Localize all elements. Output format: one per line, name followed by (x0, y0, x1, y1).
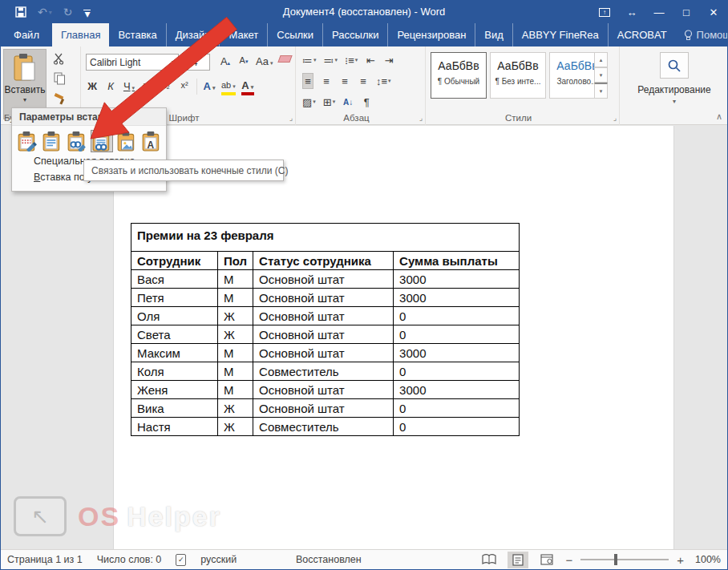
decrease-indent-icon[interactable]: ⇤ (365, 52, 376, 68)
table-header-cell: Статус сотрудника (253, 252, 394, 270)
paste-keep-text-only-icon[interactable]: А (140, 130, 163, 152)
web-layout-icon[interactable] (536, 552, 557, 568)
word-window: ↶▾ ↻ ▾ Документ4 (восстановлен) - Word ↑… (0, 0, 728, 570)
status-word-count[interactable]: Число слов: 0 (97, 554, 162, 565)
tab-рассылки[interactable]: Рассылки (322, 23, 387, 46)
tab-главная[interactable]: Главная (52, 23, 109, 46)
highlight-color-icon[interactable]: ab▾ (221, 78, 236, 95)
sort-icon[interactable]: А↓ (342, 94, 354, 110)
numbering-icon[interactable]: ≕▾ (324, 52, 338, 68)
font-color-icon[interactable]: А▾ (241, 78, 254, 95)
increase-indent-icon[interactable]: ⇥ (383, 52, 394, 68)
subscript-icon[interactable]: x₂ (160, 78, 172, 95)
tab-вставка[interactable]: Вставка (109, 23, 165, 46)
table-cell: 0 (394, 418, 520, 436)
align-center-icon[interactable]: ≡ (321, 73, 332, 89)
paste-keep-source-formatting-icon[interactable] (16, 130, 38, 152)
line-spacing-icon[interactable]: ↕≡▾ (376, 73, 391, 89)
table-title-row: Премии на 23 февраля (131, 224, 520, 252)
ribbon-display-options-icon[interactable]: ↑ (591, 1, 618, 23)
format-painter-icon[interactable] (51, 91, 68, 106)
font-size-combo[interactable]: 14 (183, 54, 210, 71)
styles-more-icon[interactable]: ▾ (594, 83, 608, 99)
paste-use-destination-styles-icon[interactable] (41, 130, 63, 152)
table-row: НастяЖСовместитель0 (131, 418, 520, 436)
font-name-combo[interactable]: Calibri Light▾ (86, 54, 179, 71)
tab-ссылки[interactable]: Ссылки (267, 23, 322, 46)
paste-picture-icon[interactable] (115, 130, 138, 152)
status-recovered[interactable]: Восстановлен (296, 554, 362, 565)
italic-icon[interactable]: К (104, 78, 117, 95)
strikethrough-icon[interactable]: ab (141, 78, 154, 95)
cut-icon[interactable] (51, 51, 68, 66)
paragraph-dialog-launcher[interactable]: ⌟ (419, 114, 423, 122)
multilevel-list-icon[interactable]: ⁝≡▾ (345, 52, 358, 68)
table-cell: 3000 (394, 381, 520, 399)
bonus-table[interactable]: Премии на 23 февраля СотрудникПолСтатус … (131, 223, 520, 436)
pilcrow-icon[interactable]: ¶ (361, 94, 372, 110)
zoom-slider-thumb[interactable] (614, 554, 617, 565)
justify-icon[interactable]: ≡ (358, 73, 369, 89)
tab-рецензирован[interactable]: Рецензирован (387, 23, 475, 46)
editing-chevron-down-icon[interactable]: ▾ (620, 98, 728, 105)
table-cell: Основной штат (253, 381, 394, 399)
tab-acrobat[interactable]: ACROBAT (608, 23, 676, 46)
watermark: ↖ OS Helper (14, 496, 221, 536)
table-header-cell: Сотрудник (131, 252, 218, 270)
change-case-icon[interactable]: Аа▾ (256, 53, 273, 71)
proofing-icon[interactable]: ✓ (176, 554, 186, 566)
table-cell: М (218, 344, 253, 362)
font-dialog-launcher[interactable]: ⌟ (289, 114, 293, 122)
tab-вид[interactable]: Вид (475, 23, 512, 46)
shading-icon[interactable]: ▨▾ (302, 94, 316, 110)
shrink-font-icon[interactable]: А▾ (237, 53, 250, 71)
zoom-in-icon[interactable]: + (677, 553, 684, 567)
paste-link-use-destination-styles-icon[interactable] (91, 130, 113, 152)
tab-дизайн[interactable]: Дизайн (166, 23, 220, 46)
text-effects-icon[interactable]: А▾ (203, 78, 216, 95)
bullets-icon[interactable]: ≔▾ (302, 52, 317, 68)
bold-icon[interactable]: Ж (86, 78, 99, 95)
watermark-helper: Helper (127, 501, 221, 532)
table-row: ПетяМОсновной штат3000 (131, 289, 520, 307)
tab-help[interactable]: Помощн (676, 23, 728, 46)
grow-font-icon[interactable]: А▴ (219, 53, 232, 71)
style-normal[interactable]: АаБбВв ¶ Обычный (431, 52, 487, 99)
editing-group-label[interactable]: Редактирование (620, 84, 728, 95)
print-layout-icon[interactable] (508, 552, 528, 568)
table-cell: Настя (131, 418, 218, 436)
status-language[interactable]: русский (200, 554, 237, 565)
search-icon (667, 59, 681, 73)
status-page-number[interactable]: Страница 1 из 1 (7, 554, 83, 565)
superscript-icon[interactable]: x² (178, 78, 191, 95)
tab-макет[interactable]: Макет (219, 23, 267, 46)
align-left-icon[interactable]: ≡ (302, 73, 313, 89)
styles-dialog-launcher[interactable]: ⌟ (613, 114, 617, 122)
tab-abbyy-finerea[interactable]: ABBYY FineRea (512, 23, 608, 46)
paste-link-keep-source-formatting-icon[interactable] (66, 130, 88, 152)
borders-icon[interactable]: ⊞▾ (323, 94, 335, 110)
maximize-icon[interactable]: □ (673, 1, 700, 23)
table-cell: 0 (394, 362, 520, 381)
zoom-out-icon[interactable]: − (565, 553, 572, 567)
align-right-icon[interactable]: ≡ (339, 73, 350, 89)
collapse-ribbon-icon[interactable]: ∧ (716, 111, 722, 122)
underline-icon[interactable]: Ч▾ (123, 78, 135, 95)
table-row: ВикаЖОсновной штат0 (131, 399, 520, 418)
svg-text:А: А (148, 139, 155, 151)
table-cell: Ж (218, 399, 253, 418)
zoom-percentage[interactable]: 100% (692, 554, 721, 565)
tab-файл[interactable]: Файл (1, 23, 52, 46)
copy-icon[interactable] (51, 71, 68, 86)
find-button[interactable] (660, 52, 689, 79)
table-cell: Максим (131, 344, 218, 362)
styles-scroll-up-icon[interactable]: ▴ (594, 52, 608, 67)
zoom-slider[interactable] (580, 559, 669, 560)
style-no-spacing[interactable]: АаБбВв ¶ Без инте... (490, 52, 546, 99)
close-icon[interactable]: ✕ (700, 1, 727, 23)
minimize-icon[interactable]: — (645, 1, 673, 23)
resize-icon[interactable]: ↔ (618, 1, 645, 23)
read-mode-icon[interactable] (479, 552, 499, 568)
clear-formatting-icon[interactable] (279, 53, 292, 71)
styles-scroll-down-icon[interactable]: ▾ (594, 67, 608, 83)
